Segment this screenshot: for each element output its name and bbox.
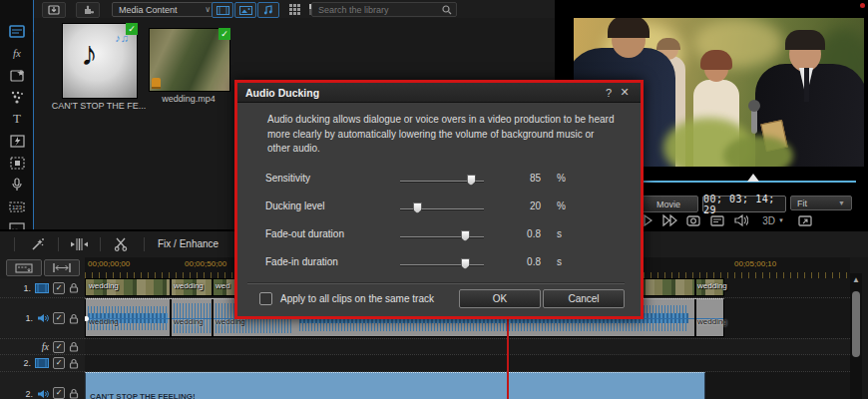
preview-seekbar[interactable] <box>643 181 856 183</box>
video-track-2[interactable] <box>85 354 850 371</box>
dialog-titlebar[interactable]: Audio Ducking ? ✕ <box>237 83 641 103</box>
sensitivity-slider[interactable] <box>400 181 484 183</box>
library-filter-dropdown[interactable]: Media Content ∨ <box>112 2 217 17</box>
library-toolbar: Media Content ∨ <box>34 0 555 19</box>
track-header-audio-1[interactable]: 1. ✓ <box>0 297 85 338</box>
search-icon <box>442 5 452 15</box>
track-header-fx[interactable]: fx ✓ <box>0 338 85 354</box>
clip-label: wedding <box>89 317 119 326</box>
fix-enhance-button[interactable]: Fix / Enhance <box>158 238 218 249</box>
music-clip[interactable]: CAN'T STOP THE FEELING! <box>85 372 705 399</box>
sidebar-item-particle-room[interactable] <box>5 88 29 106</box>
sidebar-item-chapter-room[interactable]: 123 <box>5 198 29 215</box>
lock-icon[interactable] <box>69 341 79 352</box>
sidebar-item-pip-objects-room[interactable] <box>5 66 29 84</box>
chevron-down-icon: ▼ <box>838 200 845 206</box>
slider-value: 0.8 <box>515 228 541 239</box>
scrollbar-thumb[interactable] <box>852 291 860 357</box>
timeline-scrollbar[interactable]: ▲ <box>850 273 862 399</box>
track-enable-checkbox[interactable]: ✓ <box>53 387 65 399</box>
slider-label: Fade-in duration <box>265 256 338 267</box>
track-number: 1. <box>23 283 31 293</box>
slider-thumb[interactable] <box>461 230 470 241</box>
track-enable-checkbox[interactable]: ✓ <box>53 357 65 369</box>
slider-label: Ducking level <box>265 200 324 211</box>
scroll-up-arrow[interactable]: ▲ <box>852 275 860 284</box>
ruler-timestamp: 00;00;50;00 <box>185 259 226 268</box>
track-enable-checkbox[interactable]: ✓ <box>53 282 65 294</box>
slider-thumb[interactable] <box>461 258 470 269</box>
sensitivity-row: Sensitivity 85 % <box>237 171 641 189</box>
plugin-button[interactable] <box>76 2 100 18</box>
fit-timeline-button[interactable] <box>44 259 80 276</box>
transport-controls: 3D ▼ <box>637 212 866 228</box>
audio-ducking-dialog: Audio Ducking ? ✕ Audio ducking allows d… <box>234 80 644 319</box>
help-button[interactable]: ? <box>601 87 617 99</box>
clip-label: wedding <box>89 281 119 290</box>
fast-forward-button[interactable] <box>660 212 678 228</box>
grid-view-button[interactable] <box>285 2 303 16</box>
fade-out-slider[interactable] <box>400 236 484 238</box>
sidebar-item-voice-over-room[interactable] <box>5 176 29 194</box>
lock-icon[interactable] <box>69 388 79 399</box>
award-badge-icon <box>152 78 161 89</box>
sidebar-item-transition-room[interactable] <box>5 132 29 150</box>
timeline-playhead[interactable] <box>507 319 509 399</box>
close-button[interactable]: ✕ <box>617 86 633 99</box>
import-media-button[interactable] <box>42 2 66 18</box>
cancel-button[interactable]: Cancel <box>543 289 625 308</box>
zoom-fit-dropdown[interactable]: Fit ▼ <box>790 196 852 210</box>
sidebar-item-title-room[interactable]: T <box>5 110 29 128</box>
track-manager-button[interactable] <box>6 259 42 276</box>
library-search[interactable] <box>311 2 457 17</box>
track-enable-checkbox[interactable]: ✓ <box>53 341 65 353</box>
snapshot-button[interactable] <box>684 212 702 228</box>
chevron-down-icon: ▼ <box>778 217 784 223</box>
preview-quality-button[interactable] <box>708 212 726 228</box>
dialog-title: Audio Ducking <box>245 87 601 99</box>
track-header-audio-2[interactable]: 2. ✓ <box>0 371 85 399</box>
trim-scissors-button[interactable] <box>110 235 132 253</box>
sidebar-item-effect-room[interactable]: fx <box>5 44 29 62</box>
volume-button[interactable] <box>732 212 750 228</box>
slider-thumb[interactable] <box>467 175 476 186</box>
dialog-description: Audio ducking allows dialogue or voice o… <box>267 113 619 157</box>
media-item-video[interactable]: ✓ wedding.mp4 <box>149 28 228 92</box>
split-clip-button[interactable] <box>68 235 90 253</box>
slider-value: 85 <box>515 173 541 184</box>
filter-video-button[interactable] <box>212 2 233 18</box>
search-input[interactable] <box>316 4 442 16</box>
fade-in-slider[interactable] <box>400 264 484 266</box>
dialog-separator <box>247 282 625 284</box>
room-sidebar: fx T 123 <box>0 0 34 229</box>
apply-all-checkbox[interactable] <box>259 292 272 305</box>
undock-preview-button[interactable] <box>796 212 814 228</box>
seek-thumb[interactable] <box>747 174 759 182</box>
filter-photo-button[interactable] <box>234 2 256 18</box>
filter-music-button[interactable] <box>257 2 279 18</box>
track-enable-checkbox[interactable]: ✓ <box>53 312 65 324</box>
track-header-video-1[interactable]: 1. ✓ <box>0 278 85 297</box>
movie-mode-button[interactable]: Movie <box>639 196 698 212</box>
sidebar-item-media-room[interactable] <box>5 22 29 40</box>
timecode-display[interactable]: 00; 03; 14; 29 <box>702 196 786 212</box>
lock-icon[interactable] <box>69 313 79 324</box>
slider-thumb[interactable] <box>413 202 422 213</box>
lock-icon[interactable] <box>69 282 79 293</box>
audio-track-2[interactable]: CAN'T STOP THE FEELING! <box>85 371 850 399</box>
3d-mode-button[interactable]: 3D ▼ <box>758 212 788 228</box>
fx-track[interactable] <box>85 338 850 354</box>
video-thumbnail: ✓ <box>149 28 230 92</box>
ok-button[interactable]: OK <box>459 289 541 308</box>
magic-tools-button[interactable] <box>26 235 48 253</box>
media-item-audio[interactable]: ♪ ♪♫ ✓ CAN'T STOP THE FE... <box>62 23 136 99</box>
track-header-video-2[interactable]: 2. ✓ <box>0 354 85 371</box>
ducking-level-slider[interactable] <box>400 208 484 210</box>
sidebar-item-audio-mixing-room[interactable] <box>5 154 29 172</box>
timeline-corner <box>0 257 86 278</box>
slider-unit: s <box>557 228 562 239</box>
clip-label: wedding <box>697 281 727 290</box>
track-headers: 1. ✓ 1. ✓ fx ✓ 2. ✓ <box>0 278 86 399</box>
lock-icon[interactable] <box>69 358 79 369</box>
slider-unit: % <box>557 200 566 211</box>
